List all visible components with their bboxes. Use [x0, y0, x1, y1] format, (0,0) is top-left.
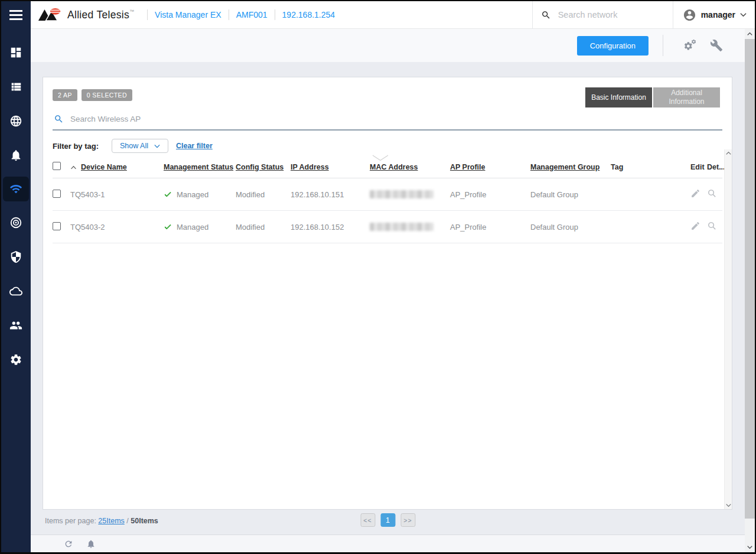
gears-icon[interactable] [683, 39, 698, 52]
column-mac-address[interactable]: MAC Address [370, 163, 450, 171]
clear-filter-link[interactable]: Clear filter [176, 142, 213, 150]
search-network-input[interactable] [558, 10, 659, 19]
bottom-status-bar [31, 535, 745, 552]
items-per-page-separator: / [126, 517, 128, 525]
scroll-down-icon[interactable] [745, 542, 755, 552]
edit-pencil-icon[interactable] [690, 188, 700, 198]
info-tabs: Basic Information Additional Information [585, 87, 720, 107]
device-name-cell: TQ5403-1 [70, 190, 164, 199]
divider [147, 9, 148, 20]
sidebar-item-cloud[interactable] [3, 279, 29, 303]
wifi-icon [9, 183, 22, 195]
tab-basic-information[interactable]: Basic Information [585, 87, 652, 107]
check-icon [164, 190, 172, 198]
pagination: << 1 >> [360, 513, 415, 527]
table-header: Device Name Management Status Config Sta… [53, 162, 722, 178]
sidebar-item-events[interactable] [3, 144, 29, 167]
scroll-down-icon[interactable] [726, 503, 731, 507]
bell-icon[interactable] [86, 539, 96, 549]
select-all-checkbox[interactable] [53, 162, 61, 170]
items-per-page-current: 50Items [131, 517, 158, 525]
network-search [532, 1, 673, 28]
window-scrollbar[interactable] [745, 29, 755, 552]
panel-scrollbar[interactable] [724, 149, 732, 509]
config-status-cell: Modified [236, 190, 291, 199]
pagination-next-button[interactable]: >> [400, 513, 415, 527]
sd-wan-icon [9, 216, 22, 229]
management-status-cell: Managed [164, 190, 236, 199]
sidebar-item-security[interactable] [3, 245, 29, 269]
search-icon [54, 114, 64, 124]
edit-pencil-icon[interactable] [690, 221, 700, 231]
scrollbar-thumb[interactable] [745, 39, 755, 519]
scroll-up-icon[interactable] [745, 29, 755, 39]
ip-address-cell: 192.168.10.152 [291, 223, 370, 232]
row-checkbox[interactable] [53, 222, 61, 230]
details-magnifier-icon[interactable] [707, 188, 717, 198]
mac-address-cell [370, 190, 450, 198]
brand-name: Allied Telesis [67, 9, 129, 21]
column-ip-address[interactable]: IP Address [291, 163, 370, 171]
sidebar-item-asset-list[interactable] [3, 75, 29, 99]
ip-address-cell: 192.168.10.151 [291, 190, 370, 199]
sidebar-nav [1, 29, 31, 371]
sidebar-item-sd-wan[interactable] [3, 211, 29, 234]
filter-by-tag-label: Filter by tag: [53, 142, 99, 151]
breadcrumb-vista-manager[interactable]: Vista Manager EX [155, 10, 221, 19]
divider [275, 9, 275, 20]
search-wireless-ap-input[interactable] [70, 115, 722, 123]
cloud-icon [9, 285, 22, 298]
sidebar [1, 1, 31, 552]
page-content: 2 AP 0 SELECTED Basic Information Additi… [31, 62, 745, 535]
management-status-cell: Managed [164, 223, 236, 232]
items-per-page: Items per page: 25Items / 50Items [45, 517, 158, 525]
redacted-mac [370, 190, 434, 198]
refresh-icon[interactable] [64, 539, 73, 549]
column-management-group[interactable]: Management Group [530, 163, 611, 171]
wireless-ap-search [53, 114, 722, 131]
sort-asc-icon [70, 165, 77, 170]
column-notch-icon [372, 155, 389, 161]
column-tag: Tag [611, 163, 690, 171]
app-window: Allied Telesis™ Vista Manager EX AMF001 … [0, 0, 756, 554]
row-checkbox[interactable] [53, 190, 61, 198]
column-device-name[interactable]: Device Name [70, 163, 164, 171]
wrench-icon[interactable] [709, 39, 724, 52]
user-menu[interactable]: manager [673, 1, 755, 28]
table-row: TQ5403-2 Managed Modified 192.168.10.152… [53, 211, 722, 243]
sidebar-item-settings[interactable] [3, 348, 29, 371]
items-per-page-25-link[interactable]: 25Items [98, 517, 124, 525]
dashboard-icon [9, 46, 22, 59]
brand-trademark: ™ [129, 9, 134, 14]
tab-additional-information[interactable]: Additional Information [653, 87, 720, 107]
tag-filter-dropdown[interactable]: Show All [112, 139, 168, 153]
mac-address-cell [370, 223, 450, 231]
sidebar-item-network-map[interactable] [3, 109, 29, 133]
redacted-mac [370, 223, 434, 231]
scroll-up-icon[interactable] [726, 151, 731, 155]
search-icon [541, 10, 551, 20]
ap-count-badge: 2 AP [53, 89, 77, 101]
table-footer: Items per page: 25Items / 50Items << 1 >… [31, 507, 745, 535]
topbar: Allied Telesis™ Vista Manager EX AMF001 … [31, 1, 755, 29]
tag-filter-value: Show All [120, 142, 148, 150]
selected-count-badge: 0 SELECTED [82, 89, 132, 101]
breadcrumb-ip[interactable]: 192.168.1.254 [282, 10, 335, 19]
configuration-button[interactable]: Configuration [577, 36, 649, 56]
details-magnifier-icon[interactable] [707, 221, 717, 231]
management-group-cell: Default Group [530, 223, 611, 232]
allied-telesis-logo-icon [38, 7, 63, 23]
sidebar-item-users[interactable] [3, 314, 29, 337]
table-row: TQ5403-1 Managed Modified 192.168.10.151… [53, 178, 722, 211]
sidebar-item-wireless[interactable] [3, 177, 29, 201]
column-ap-profile[interactable]: AP Profile [450, 163, 530, 171]
column-management-status[interactable]: Management Status [164, 163, 236, 171]
config-status-cell: Modified [236, 223, 291, 232]
pagination-page-1-button[interactable]: 1 [380, 513, 395, 527]
sidebar-item-dashboard[interactable] [3, 41, 29, 64]
check-icon [164, 223, 172, 231]
menu-icon[interactable] [1, 1, 31, 29]
column-config-status[interactable]: Config Status [236, 163, 291, 171]
pagination-prev-button[interactable]: << [360, 513, 375, 527]
breadcrumb-area[interactable]: AMF001 [236, 10, 268, 19]
